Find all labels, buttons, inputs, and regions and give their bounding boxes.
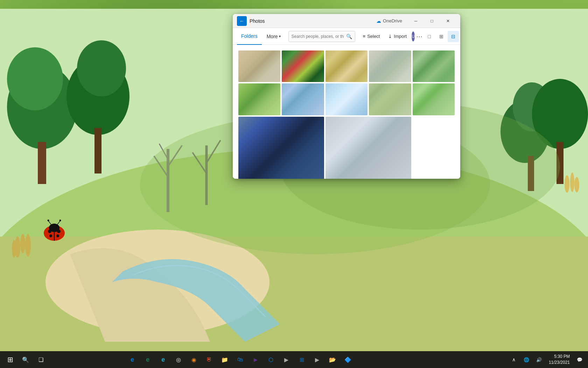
taskbar: ⊞ 🔍 ❑ e e e ◎ ◉ ⛨ 📁 🛍 ▶ (0, 351, 588, 368)
photo-item[interactable] (413, 83, 455, 115)
photo-item-wide[interactable] (326, 117, 411, 179)
photo-item-wide[interactable] (238, 117, 324, 179)
brave-icon: ⛨ (206, 356, 212, 363)
photos-window: ← Photos ☁ OneDrive ─ □ ✕ Folders More ▾… (233, 14, 460, 179)
svg-point-38 (48, 220, 49, 222)
svg-rect-9 (94, 128, 102, 173)
app9-icon: ▶ (315, 356, 319, 363)
minimize-button[interactable]: ─ (408, 15, 424, 27)
view-grid-small-button[interactable]: ⊞ (436, 31, 447, 42)
teams-icon: 🔷 (344, 356, 351, 363)
taskbar-app-ps[interactable]: ▶ (248, 352, 263, 367)
taskbar-app-6[interactable]: ⬡ (264, 352, 278, 367)
toolbar: Folders More ▾ 🔍 ≡ Select ⤓ Import U ⋯ □… (233, 28, 460, 45)
photo-item[interactable] (326, 50, 368, 82)
select-lines-icon: ≡ (363, 34, 366, 39)
svg-point-5 (7, 47, 63, 110)
more-chevron-icon: ▾ (279, 34, 281, 38)
svg-point-33 (57, 230, 61, 233)
taskbar-app-edge[interactable]: e (125, 352, 140, 367)
svg-point-23 (20, 234, 25, 253)
taskbar-app-7[interactable]: ▶ (279, 352, 294, 367)
taskbar-app-9[interactable]: ▶ (310, 352, 324, 367)
explorer-icon: 📁 (221, 356, 228, 363)
photo-item[interactable] (413, 50, 455, 82)
avatar-button[interactable]: U (412, 32, 415, 41)
start-button[interactable]: ⊞ (3, 352, 18, 367)
svg-point-39 (59, 220, 61, 222)
svg-point-27 (570, 172, 574, 192)
photo-item[interactable] (326, 83, 368, 115)
clock-time: 5:30 PM (554, 354, 570, 360)
overflow-menu-button[interactable]: ⋯ (416, 31, 422, 42)
taskbar-app-chrome[interactable]: ◎ (171, 352, 186, 367)
tab-folders[interactable]: Folders (237, 28, 262, 45)
view-single-button[interactable]: □ (424, 31, 435, 42)
taskbar-search-icon: 🔍 (22, 356, 29, 363)
svg-point-8 (77, 40, 126, 96)
taskbar-app-8[interactable]: ⊞ (294, 352, 309, 367)
overflow-dots-icon: ⋯ (416, 33, 422, 40)
tray-network[interactable]: 🌐 (521, 352, 532, 367)
photo-item[interactable] (369, 50, 411, 82)
taskbar-app-store[interactable]: 🛍 (233, 352, 247, 367)
view-controls: □ ⊞ ⊟ (424, 31, 459, 42)
edge-dev-icon: e (146, 356, 149, 363)
select-button[interactable]: ≡ Select (359, 32, 384, 41)
photo-grid (238, 50, 455, 179)
powershell-icon: ▶ (254, 357, 258, 362)
svg-rect-6 (38, 142, 46, 184)
taskbar-tray: ∧ 🌐 🔊 5:30 PM 11/23/2021 💬 (508, 352, 585, 367)
search-icon: 🔍 (346, 34, 352, 39)
photo-item[interactable] (238, 50, 280, 82)
avatar-initials: U (412, 34, 415, 39)
photo-item[interactable] (369, 83, 411, 115)
tab-more[interactable]: More ▾ (263, 32, 284, 41)
maximize-button[interactable]: □ (424, 15, 440, 27)
taskbar-app-edge-dev[interactable]: e (140, 352, 155, 367)
task-view-button[interactable]: ❑ (34, 352, 48, 367)
photo-item[interactable] (238, 83, 280, 115)
back-button[interactable]: ← (237, 16, 247, 26)
search-bar[interactable]: 🔍 (288, 31, 355, 42)
close-button[interactable]: ✕ (440, 15, 456, 27)
import-button[interactable]: ⤓ Import (385, 32, 410, 41)
files-icon: 📂 (329, 356, 336, 363)
onedrive-indicator: ☁ OneDrive (376, 18, 402, 24)
view-grid-large-button[interactable]: ⊟ (448, 31, 459, 42)
title-bar: ← Photos ☁ OneDrive ─ □ ✕ (233, 14, 460, 28)
tray-volume[interactable]: 🔊 (533, 352, 545, 367)
taskbar-app-firefox[interactable]: ◉ (187, 352, 201, 367)
taskbar-app-brave[interactable]: ⛨ (202, 352, 217, 367)
photo-item[interactable] (282, 50, 324, 82)
taskbar-app-ie[interactable]: e (156, 352, 170, 367)
taskbar-apps: e e e ◎ ◉ ⛨ 📁 🛍 ▶ ⬡ ▶ (125, 352, 355, 367)
app7-icon: ▶ (284, 356, 288, 363)
import-icon: ⤓ (388, 34, 392, 39)
taskbar-app-teams[interactable]: 🔷 (341, 352, 355, 367)
svg-point-24 (25, 234, 31, 257)
ie-icon: e (161, 356, 165, 363)
store-icon: 🛍 (237, 356, 243, 363)
svg-point-28 (574, 177, 579, 192)
app6-icon: ⬡ (268, 356, 273, 363)
photo-content-area (233, 45, 460, 179)
photo-item[interactable] (282, 83, 324, 115)
system-clock[interactable]: 5:30 PM 11/23/2021 (546, 352, 573, 367)
clock-date: 11/23/2021 (549, 360, 570, 366)
taskbar-app-files[interactable]: 📂 (325, 352, 340, 367)
tray-chevron[interactable]: ∧ (508, 352, 519, 367)
search-button[interactable]: 🔍 (18, 352, 33, 367)
svg-point-35 (56, 234, 59, 237)
start-icon: ⊞ (7, 355, 13, 364)
onedrive-label: OneDrive (383, 18, 402, 23)
window-controls: ─ □ ✕ (408, 15, 456, 27)
svg-point-32 (48, 230, 51, 233)
taskbar-app-explorer[interactable]: 📁 (217, 352, 232, 367)
notification-button[interactable]: 💬 (574, 352, 585, 367)
chrome-icon: ◎ (176, 356, 181, 363)
edge-icon: e (131, 356, 134, 363)
search-input[interactable] (292, 34, 344, 39)
svg-point-25 (12, 240, 16, 258)
app8-icon: ⊞ (300, 356, 304, 363)
